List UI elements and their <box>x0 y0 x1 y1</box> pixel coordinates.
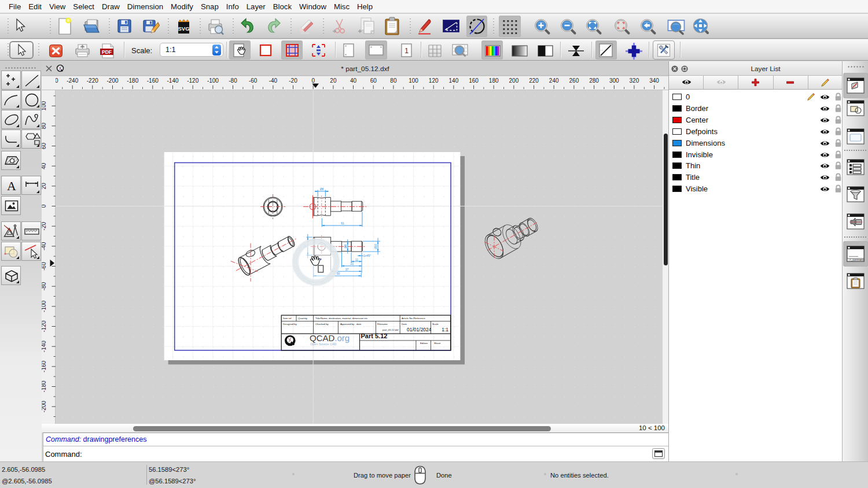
svg-text:60: 60 <box>370 77 377 84</box>
svg-text:PDF: PDF <box>102 49 112 55</box>
svg-text:Checked by: Checked by <box>315 323 329 326</box>
svg-text:Approved by - date: Approved by - date <box>340 323 362 326</box>
svg-text:QCAD.org: QCAD.org <box>310 333 350 343</box>
svg-text:Ø8: Ø8 <box>320 187 324 191</box>
svg-text:-80: -80 <box>42 282 47 291</box>
svg-text:61: 61 <box>341 221 344 225</box>
svg-text:<_command: <_command <box>849 258 864 261</box>
svg-text:320: 320 <box>630 77 639 84</box>
svg-text:11: 11 <box>355 258 358 261</box>
svg-text:-180: -180 <box>127 77 138 84</box>
svg-text:Title/Name, destination, mater: Title/Name, destination, material, dimen… <box>315 317 368 320</box>
svg-text:Part 5.12: Part 5.12 <box>361 332 388 339</box>
svg-text:40: 40 <box>350 77 357 84</box>
svg-text:A: A <box>7 179 16 193</box>
svg-text:Sheet: Sheet <box>434 342 441 345</box>
svg-text:-240: -240 <box>67 77 78 84</box>
svg-text:80: 80 <box>42 123 47 130</box>
svg-text:Date: Date <box>402 323 407 326</box>
svg-text:-80: -80 <box>229 77 237 84</box>
svg-text:100: 100 <box>42 101 47 110</box>
svg-text:Scale: Scale <box>432 323 439 326</box>
svg-text:21: 21 <box>351 262 354 265</box>
svg-text:1: 1 <box>404 47 409 55</box>
svg-text:-200: -200 <box>106 77 118 84</box>
svg-text:-160: -160 <box>42 360 47 372</box>
svg-text:120: 120 <box>429 77 439 84</box>
svg-text:20: 20 <box>42 183 47 190</box>
svg-text:280: 280 <box>589 77 599 84</box>
svg-text:100: 100 <box>409 77 418 84</box>
svg-text:1x45°: 1x45° <box>363 254 371 257</box>
svg-text:-260: -260 <box>56 77 58 84</box>
svg-text:Ø10: Ø10 <box>374 243 377 249</box>
svg-text:-160: -160 <box>147 77 159 84</box>
svg-text:180: 180 <box>489 77 499 84</box>
svg-text:37: 37 <box>345 268 349 271</box>
svg-text:1:1: 1:1 <box>442 327 448 332</box>
svg-text:-40: -40 <box>269 77 278 84</box>
svg-text:part_05.12.dxf: part_05.12.dxf <box>382 328 399 331</box>
svg-text:-200: -200 <box>42 401 47 412</box>
svg-text:300: 300 <box>609 77 619 84</box>
svg-text:200: 200 <box>509 77 519 84</box>
svg-text:240: 240 <box>549 77 559 84</box>
svg-text:260: 260 <box>569 77 579 84</box>
svg-text:-120: -120 <box>42 320 47 332</box>
svg-text:-60: -60 <box>249 77 258 84</box>
svg-text:-100: -100 <box>207 77 219 84</box>
svg-text:20: 20 <box>330 77 337 84</box>
svg-text:60: 60 <box>42 143 47 150</box>
svg-text:01/01/2024: 01/01/2024 <box>407 327 432 332</box>
svg-text:Open Source CAD: Open Source CAD <box>310 342 337 346</box>
svg-text:Filename: Filename <box>377 323 388 326</box>
svg-text:Edition: Edition <box>420 342 428 345</box>
svg-text:160: 160 <box>469 77 479 84</box>
svg-text:0: 0 <box>42 204 47 208</box>
svg-text:40: 40 <box>42 162 47 169</box>
svg-text:Quantity: Quantity <box>298 317 308 320</box>
svg-text:-220: -220 <box>87 77 98 84</box>
svg-text:-140: -140 <box>42 341 47 352</box>
svg-text:220: 220 <box>529 77 539 84</box>
svg-text:0: 0 <box>311 77 315 84</box>
svg-text:-20: -20 <box>289 77 297 84</box>
svg-text:80: 80 <box>390 77 397 84</box>
svg-text:-60: -60 <box>42 262 47 271</box>
svg-text:Article No./Reference: Article No./Reference <box>402 317 425 320</box>
svg-text:-40: -40 <box>42 242 47 250</box>
svg-text:-120: -120 <box>187 77 198 84</box>
svg-text:340: 340 <box>649 77 659 84</box>
svg-text:-20: -20 <box>42 222 47 231</box>
svg-text:Item ref: Item ref <box>283 317 292 320</box>
svg-text:Designed by: Designed by <box>283 323 297 326</box>
svg-text:-140: -140 <box>167 77 178 84</box>
svg-text:Ø8: Ø8 <box>344 245 347 249</box>
svg-text:-180: -180 <box>42 380 47 392</box>
svg-text:140: 140 <box>449 77 459 84</box>
svg-text:-100: -100 <box>42 300 47 312</box>
